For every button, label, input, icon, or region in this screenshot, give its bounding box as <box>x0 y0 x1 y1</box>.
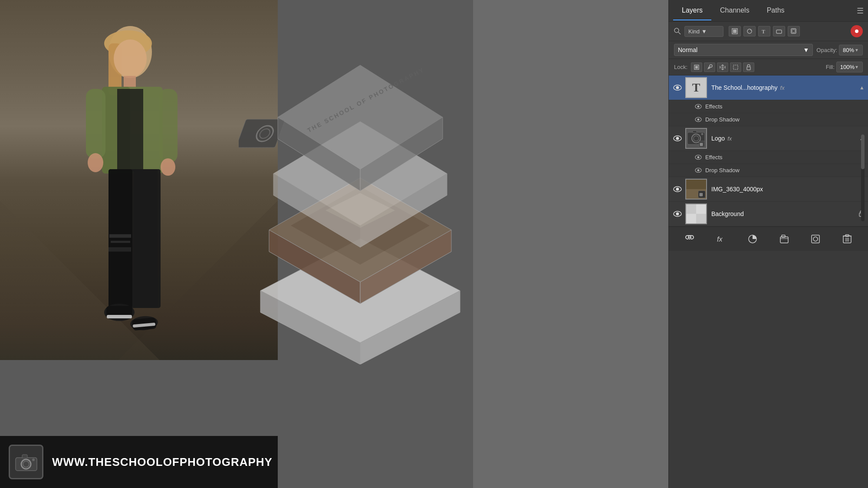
link-layers-btn[interactable] <box>682 232 697 246</box>
dropshadow-label-2: Drop Shadow <box>705 167 740 174</box>
layers-toolbar: fx <box>669 226 868 251</box>
svg-point-93 <box>676 213 679 216</box>
blend-mode-value: Normal <box>678 46 697 53</box>
lock-paint-btn[interactable] <box>704 62 715 72</box>
svg-rect-57 <box>776 30 782 33</box>
effects-label-2: Effects <box>705 154 723 160</box>
visibility-bg-layer[interactable] <box>672 209 683 219</box>
bg-layer-name: Background <box>711 210 744 217</box>
camera-logo <box>9 445 43 479</box>
dropshadow-label-1: Drop Shadow <box>705 116 740 123</box>
svg-rect-15 <box>111 241 130 243</box>
tab-layers[interactable]: Layers <box>673 1 711 20</box>
svg-rect-88 <box>686 180 706 189</box>
layers-panel: Layers Channels Paths ☰ Kind ▼ T <box>668 0 868 488</box>
lock-move-btn[interactable] <box>717 62 728 72</box>
watermark-text: WWW.THESCHOOLOFPHOTOGRAPHY <box>52 455 273 469</box>
opacity-input[interactable]: 80% ▼ <box>839 45 863 56</box>
svg-rect-64 <box>733 65 738 69</box>
photo-layer-info: IMG_3630_4000px <box>711 186 865 193</box>
dropshadow-visibility-2[interactable] <box>694 166 703 175</box>
fill-label: Fill: <box>826 64 835 70</box>
lock-row: Lock: Fill: 100% ▼ <box>669 59 868 75</box>
logo-layer-thumb: ⊞ <box>685 128 707 149</box>
svg-point-86 <box>676 188 679 191</box>
text-layer-collapse[interactable]: ▲ <box>859 85 865 91</box>
add-mask-btn[interactable] <box>808 232 823 246</box>
svg-rect-104 <box>812 235 819 243</box>
filter-smart-btn[interactable] <box>788 26 800 36</box>
panel-menu-icon[interactable]: ☰ <box>857 6 864 16</box>
scroll-thumb[interactable] <box>861 134 865 169</box>
svg-point-105 <box>813 237 818 241</box>
visibility-text-layer[interactable] <box>672 82 683 93</box>
new-group-btn[interactable] <box>776 232 792 246</box>
effects-visibility-2[interactable] <box>694 153 703 162</box>
photo-layer-thumb: ⊞ <box>685 179 707 200</box>
svg-rect-65 <box>747 67 750 70</box>
fill-group: Fill: 100% ▼ <box>826 62 863 72</box>
kind-dropdown[interactable]: Kind ▼ <box>684 26 723 37</box>
svg-point-84 <box>697 169 700 171</box>
filter-shape-btn[interactable] <box>773 26 785 36</box>
opacity-label: Opacity: <box>816 47 837 53</box>
svg-point-60 <box>855 29 858 33</box>
svg-point-11 <box>161 158 175 176</box>
layer-item-logo[interactable]: ⊞ Logo fx ▲ <box>669 126 868 151</box>
svg-point-69 <box>697 105 700 108</box>
add-fx-btn[interactable]: fx <box>713 232 729 246</box>
svg-rect-17 <box>134 169 158 308</box>
lock-all-btn[interactable] <box>743 62 754 72</box>
filter-adjustment-btn[interactable] <box>743 26 756 36</box>
visibility-logo-layer[interactable] <box>672 133 683 144</box>
filter-toggle-btn[interactable] <box>851 25 863 37</box>
scroll-indicator[interactable] <box>861 134 865 221</box>
svg-rect-13 <box>108 169 132 308</box>
svg-point-10 <box>88 153 103 172</box>
blend-mode-dropdown[interactable]: Normal ▼ <box>674 44 813 56</box>
text-layer-thumb: T <box>685 77 707 98</box>
svg-rect-16 <box>108 247 131 252</box>
tab-channels[interactable]: Channels <box>711 1 758 20</box>
fill-input[interactable]: 100% ▼ <box>836 62 863 72</box>
text-effects-item: Effects <box>669 100 868 113</box>
lock-pixels-btn[interactable] <box>691 62 702 72</box>
svg-text:⊞: ⊞ <box>700 142 703 147</box>
blend-mode-row: Normal ▼ Opacity: 80% ▼ <box>669 41 868 59</box>
svg-rect-8 <box>86 89 105 158</box>
filter-pixel-btn[interactable] <box>729 26 741 36</box>
svg-rect-77 <box>693 131 697 133</box>
visibility-photo-layer[interactable] <box>672 184 683 194</box>
text-layer-info: The School...hotography fx <box>711 84 859 91</box>
text-dropshadow-item: Drop Shadow <box>669 113 868 126</box>
logo-layer-name: Logo <box>711 135 725 142</box>
svg-rect-95 <box>686 204 696 214</box>
svg-point-63 <box>710 65 712 67</box>
layer-item-photo[interactable]: ⊞ IMG_3630_4000px <box>669 177 868 202</box>
svg-rect-14 <box>109 234 131 238</box>
svg-rect-96 <box>696 214 706 223</box>
svg-rect-59 <box>792 29 795 33</box>
layer-item-background[interactable]: Background <box>669 202 868 226</box>
svg-text:fx: fx <box>717 236 723 243</box>
new-fill-adjustment-btn[interactable] <box>745 232 760 246</box>
logo-layer-info: Logo fx <box>711 135 859 142</box>
svg-rect-54 <box>733 29 736 33</box>
dropshadow-visibility-1[interactable] <box>694 115 703 124</box>
tab-paths[interactable]: Paths <box>758 1 793 20</box>
tabs-bar: Layers Channels Paths ☰ <box>669 0 868 22</box>
layer-item-text[interactable]: T The School...hotography fx ▲ <box>669 75 868 100</box>
filter-type-btn[interactable]: T <box>758 26 770 36</box>
svg-point-73 <box>676 137 679 140</box>
lock-artboard-btn[interactable] <box>730 62 741 72</box>
effects-visibility-1[interactable] <box>694 102 703 111</box>
svg-rect-9 <box>159 89 178 163</box>
filter-icons: T <box>729 26 800 36</box>
svg-point-51 <box>674 28 679 33</box>
svg-point-78 <box>701 133 704 135</box>
svg-point-71 <box>697 118 700 121</box>
lock-label: Lock: <box>674 64 687 70</box>
svg-rect-102 <box>780 237 788 243</box>
svg-point-28 <box>32 459 35 461</box>
delete-layer-btn[interactable] <box>839 232 855 246</box>
